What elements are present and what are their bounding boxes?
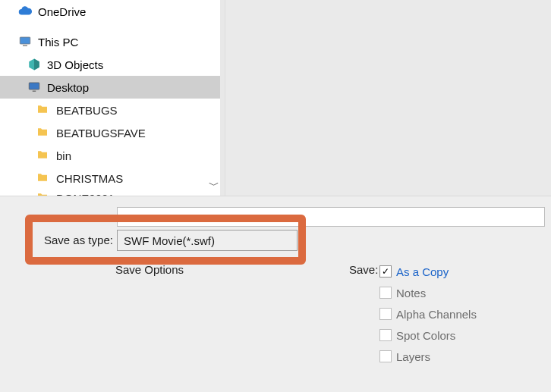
- save-options-button[interactable]: Save Options: [115, 263, 184, 276]
- option-spot-colors: Spot Colors: [379, 327, 477, 343]
- pc-icon: [18, 35, 32, 49]
- save-section-label: Save:: [349, 263, 378, 276]
- tree-item-label: bin: [56, 149, 71, 162]
- option-label: As a Copy: [396, 265, 449, 278]
- checkbox-icon[interactable]: ✓: [379, 265, 392, 278]
- chevron-down-icon[interactable]: ﹀: [209, 179, 219, 193]
- folder-contents-pane[interactable]: [225, 0, 551, 196]
- cube-icon: [27, 58, 41, 71]
- option-label: Notes: [396, 287, 426, 299]
- save-dialog-panel: Save as type: SWF Movie(*.swf) Save Opti…: [0, 196, 551, 392]
- save-as-type-label: Save as type:: [44, 234, 113, 246]
- sidebar-scrollbar[interactable]: ﹀: [207, 0, 220, 196]
- folder-tree: OneDrive This PC 3D Objects Desktop BEAT…: [0, 0, 220, 196]
- tree-item-folder[interactable]: CHRISTMAS: [0, 167, 220, 190]
- svg-rect-0: [20, 37, 30, 44]
- save-as-type-value: SWF Movie(*.swf): [124, 234, 215, 247]
- checkbox-icon: [379, 350, 392, 362]
- save-as-type-row: Save as type: SWF Movie(*.swf): [0, 227, 551, 254]
- tree-item-folder[interactable]: BEATBUGSFAVE: [0, 121, 220, 144]
- save-as-type-combo[interactable]: SWF Movie(*.swf): [117, 230, 298, 251]
- tree-item-label: OneDrive: [38, 5, 86, 18]
- folder-icon: [36, 103, 50, 117]
- folder-icon: [36, 126, 50, 140]
- cloud-icon: [18, 5, 32, 18]
- tree-item-label: CHRISTMAS: [56, 172, 123, 185]
- option-as-a-copy[interactable]: ✓ As a Copy: [379, 263, 477, 280]
- checkbox-icon: [379, 287, 392, 299]
- svg-rect-1: [23, 45, 27, 47]
- svg-rect-3: [33, 91, 36, 93]
- tree-item-label: 3D Objects: [47, 58, 103, 71]
- option-label: Alpha Channels: [396, 308, 477, 321]
- svg-rect-2: [29, 83, 39, 89]
- folder-icon: [36, 149, 50, 162]
- folder-icon: [36, 171, 50, 185]
- option-label: Layers: [396, 350, 430, 363]
- option-alpha-channels: Alpha Channels: [379, 306, 477, 322]
- desktop-icon: [27, 80, 41, 94]
- tree-item-folder[interactable]: bin: [0, 144, 220, 167]
- tree-item-onedrive[interactable]: OneDrive: [0, 0, 220, 23]
- tree-item-label: Desktop: [47, 81, 89, 94]
- option-label: Spot Colors: [396, 329, 455, 342]
- option-layers: Layers: [379, 348, 477, 365]
- tree-item-label: This PC: [38, 36, 78, 49]
- tree-item-3d-objects[interactable]: 3D Objects: [0, 53, 220, 76]
- checkbox-icon: [379, 308, 392, 320]
- tree-item-desktop[interactable]: Desktop: [0, 76, 220, 99]
- tree-item-this-pc[interactable]: This PC: [0, 30, 220, 53]
- option-notes: Notes: [379, 284, 477, 301]
- checkbox-icon: [379, 329, 392, 341]
- tree-item-label: BEATBUGSFAVE: [56, 127, 146, 140]
- file-name-field[interactable]: [117, 207, 545, 227]
- tree-item-label: BEATBUGS: [56, 104, 118, 117]
- tree-item-folder[interactable]: BEATBUGS: [0, 99, 220, 121]
